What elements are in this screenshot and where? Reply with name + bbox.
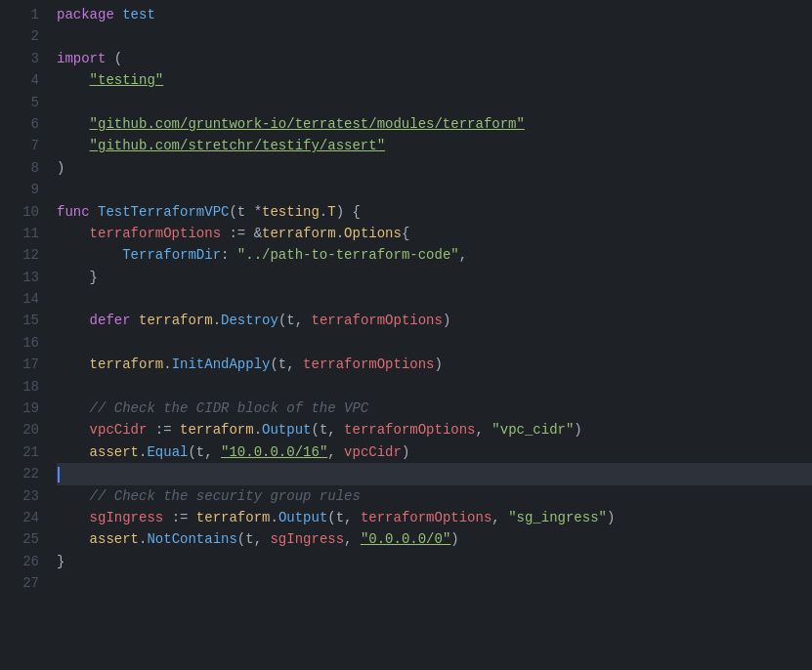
line-num-22: 22 xyxy=(10,463,39,484)
pkg-assert-1: assert xyxy=(90,444,139,460)
var-sgingress-2: sgIngress xyxy=(270,531,344,547)
line-num-3: 3 xyxy=(10,48,39,69)
code-line-1: package test xyxy=(57,4,812,25)
line-num-18: 18 xyxy=(10,376,39,398)
pkg-assert-2: assert xyxy=(90,531,139,547)
fn-output-1: Output xyxy=(262,422,311,438)
code-content[interactable]: package test import ( "testing" "github.… xyxy=(49,4,812,666)
line-num-15: 15 xyxy=(10,310,39,331)
str-path: "../path-to-terraform-code" xyxy=(237,247,459,263)
code-line-6: "github.com/gruntwork-io/terratest/modul… xyxy=(57,113,812,135)
keyword-import: import xyxy=(57,51,106,66)
code-line-19: // Check the CIDR block of the VPC xyxy=(57,398,812,419)
code-line-22 xyxy=(57,463,812,484)
code-line-16 xyxy=(57,332,812,354)
line-num-27: 27 xyxy=(10,572,39,594)
fn-destroy: Destroy xyxy=(221,313,278,328)
param-T: T xyxy=(327,204,335,220)
pkg-terraform-2: terraform xyxy=(139,313,213,328)
line-num-5: 5 xyxy=(10,92,39,113)
line-num-2: 2 xyxy=(10,25,39,47)
code-line-26: } xyxy=(57,551,812,572)
line-num-11: 11 xyxy=(10,223,39,244)
code-line-17: terraform.InitAndApply(t, terraformOptio… xyxy=(57,354,812,375)
str-cidr-value: "10.0.0.0/16" xyxy=(221,444,327,460)
pkg-terraform: terraform xyxy=(262,226,336,241)
var-terraformOptions: terraformOptions xyxy=(90,226,221,241)
pkg-terraform-3: terraform xyxy=(90,356,164,372)
code-line-12: TerraformDir: "../path-to-terraform-code… xyxy=(57,244,812,266)
var-opts-2: terraformOptions xyxy=(303,356,434,372)
pkg-terraform-4: terraform xyxy=(180,422,254,438)
keyword-func: func xyxy=(57,204,90,220)
line-numbers: 1 2 3 4 5 6 7 8 9 10 11 12 13 14 15 16 1… xyxy=(0,4,49,666)
code-line-20: vpcCidr := terraform.Output(t, terraform… xyxy=(57,419,812,440)
line-num-17: 17 xyxy=(10,354,39,375)
line-num-26: 26 xyxy=(10,551,39,572)
code-line-5 xyxy=(57,92,812,113)
line-num-13: 13 xyxy=(10,267,39,288)
comment-cidr: // Check the CIDR block of the VPC xyxy=(90,400,369,416)
line-num-9: 9 xyxy=(10,179,39,200)
code-line-27 xyxy=(57,572,812,594)
fn-output-2: Output xyxy=(278,510,327,525)
line-num-7: 7 xyxy=(10,135,39,156)
code-line-18 xyxy=(57,376,812,398)
import-terratest: "github.com/gruntwork-io/terratest/modul… xyxy=(90,116,525,132)
line-num-19: 19 xyxy=(10,398,39,419)
code-editor: 1 2 3 4 5 6 7 8 9 10 11 12 13 14 15 16 1… xyxy=(0,0,812,670)
fn-notcontains: NotContains xyxy=(147,531,236,547)
line-num-6: 6 xyxy=(10,113,39,135)
var-vpccidr: vpcCidr xyxy=(90,422,148,438)
fn-equal: Equal xyxy=(147,444,188,460)
param-testing: testing xyxy=(262,204,320,220)
import-testify: "github.com/stretchr/testify/assert" xyxy=(90,138,385,153)
code-line-8: ) xyxy=(57,157,812,179)
var-vpccidr-2: vpcCidr xyxy=(344,444,402,460)
var-opts-4: terraformOptions xyxy=(361,510,491,525)
type-options: Options xyxy=(344,226,402,241)
code-line-7: "github.com/stretchr/testify/assert" xyxy=(57,135,812,156)
text-cursor xyxy=(58,467,60,482)
code-line-9 xyxy=(57,179,812,200)
code-line-25: assert.NotContains(t, sgIngress, "0.0.0.… xyxy=(57,528,812,550)
code-line-23: // Check the security group rules xyxy=(57,485,812,507)
code-line-2 xyxy=(57,25,812,47)
code-line-14 xyxy=(57,288,812,310)
str-sg-ingress: "sg_ingress" xyxy=(508,510,607,525)
line-num-1: 1 xyxy=(10,4,39,25)
code-line-24: sgIngress := terraform.Output(t, terrafo… xyxy=(57,507,812,528)
line-num-21: 21 xyxy=(10,441,39,463)
str-vpc-cidr: "vpc_cidr" xyxy=(491,422,574,438)
pkg-terraform-5: terraform xyxy=(196,510,271,525)
line-num-8: 8 xyxy=(10,157,39,179)
line-num-24: 24 xyxy=(10,507,39,528)
line-num-10: 10 xyxy=(10,201,39,223)
var-opts-1: terraformOptions xyxy=(311,313,442,328)
keyword-defer: defer xyxy=(90,313,131,328)
code-line-3: import ( xyxy=(57,48,812,69)
line-num-23: 23 xyxy=(10,485,39,507)
code-line-4: "testing" xyxy=(57,69,812,91)
line-num-14: 14 xyxy=(10,288,39,310)
code-line-15: defer terraform.Destroy(t, terraformOpti… xyxy=(57,310,812,331)
line-num-4: 4 xyxy=(10,69,39,91)
line-num-25: 25 xyxy=(10,528,39,550)
comment-sg: // Check the security group rules xyxy=(90,488,361,504)
line-num-20: 20 xyxy=(10,419,39,440)
import-testing: "testing" xyxy=(90,72,164,88)
func-name: TestTerraformVPC xyxy=(98,204,229,220)
str-cidr-all: "0.0.0.0/0" xyxy=(361,531,450,547)
keyword-package: package xyxy=(57,7,114,22)
var-sgingress: sgIngress xyxy=(90,510,164,525)
var-opts-3: terraformOptions xyxy=(344,422,475,438)
line-num-16: 16 xyxy=(10,332,39,354)
fn-initandapply: InitAndApply xyxy=(172,356,271,372)
code-line-10: func TestTerraformVPC(t *testing.T) { xyxy=(57,201,812,223)
code-line-13: } xyxy=(57,267,812,288)
line-num-12: 12 xyxy=(10,244,39,266)
code-line-11: terraformOptions := &terraform.Options{ xyxy=(57,223,812,244)
field-terraformdir: TerraformDir xyxy=(122,247,221,263)
package-name: test xyxy=(122,7,155,22)
code-line-21: assert.Equal(t, "10.0.0.0/16", vpcCidr) xyxy=(57,441,812,463)
